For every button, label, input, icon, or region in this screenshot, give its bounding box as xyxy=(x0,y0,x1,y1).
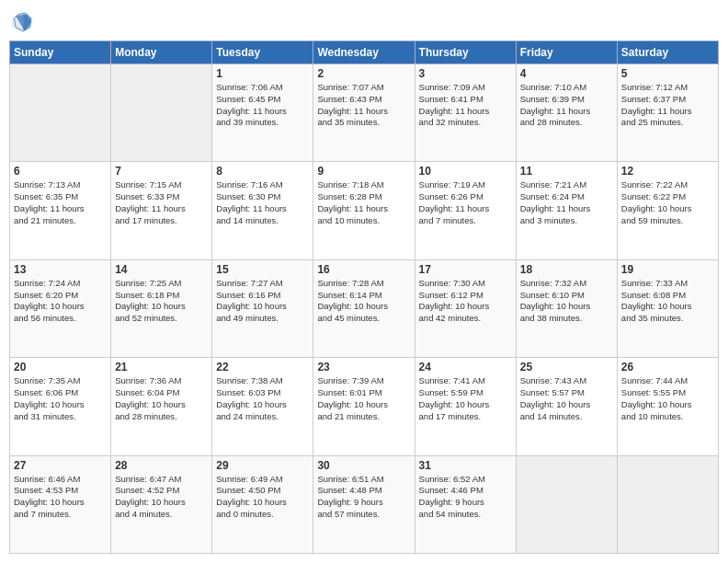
calendar-cell: 12Sunrise: 7:22 AM Sunset: 6:22 PM Dayli… xyxy=(617,162,718,259)
calendar-cell xyxy=(617,455,718,553)
calendar-cell xyxy=(10,64,111,162)
calendar-cell: 26Sunrise: 7:44 AM Sunset: 5:55 PM Dayli… xyxy=(617,358,718,455)
calendar-cell: 29Sunrise: 6:49 AM Sunset: 4:50 PM Dayli… xyxy=(212,455,313,553)
calendar-cell: 18Sunrise: 7:32 AM Sunset: 6:10 PM Dayli… xyxy=(516,259,617,357)
cell-content: Sunrise: 7:44 AM Sunset: 5:55 PM Dayligh… xyxy=(621,375,714,422)
day-number: 25 xyxy=(520,361,613,373)
day-number: 6 xyxy=(14,165,107,178)
day-number: 10 xyxy=(419,165,512,178)
calendar-cell: 3Sunrise: 7:09 AM Sunset: 6:41 PM Daylig… xyxy=(415,64,516,162)
weekday-header-row: SundayMondayTuesdayWednesdayThursdayFrid… xyxy=(10,41,719,64)
calendar-cell xyxy=(111,64,212,162)
calendar-cell: 27Sunrise: 6:46 AM Sunset: 4:53 PM Dayli… xyxy=(10,455,111,553)
cell-content: Sunrise: 7:16 AM Sunset: 6:30 PM Dayligh… xyxy=(216,179,309,226)
calendar-cell: 11Sunrise: 7:21 AM Sunset: 6:24 PM Dayli… xyxy=(516,162,617,259)
calendar-row-2: 13Sunrise: 7:24 AM Sunset: 6:20 PM Dayli… xyxy=(10,259,719,357)
calendar-cell: 21Sunrise: 7:36 AM Sunset: 6:04 PM Dayli… xyxy=(111,358,212,455)
calendar-cell: 30Sunrise: 6:51 AM Sunset: 4:48 PM Dayli… xyxy=(313,455,415,553)
calendar-cell: 28Sunrise: 6:47 AM Sunset: 4:52 PM Dayli… xyxy=(111,455,212,553)
calendar-cell: 22Sunrise: 7:38 AM Sunset: 6:03 PM Dayli… xyxy=(212,358,313,455)
cell-content: Sunrise: 7:15 AM Sunset: 6:33 PM Dayligh… xyxy=(115,179,208,226)
weekday-monday: Monday xyxy=(111,41,212,64)
cell-content: Sunrise: 7:10 AM Sunset: 6:39 PM Dayligh… xyxy=(520,82,613,129)
day-number: 13 xyxy=(14,263,107,276)
weekday-saturday: Saturday xyxy=(617,41,718,64)
calendar-cell: 17Sunrise: 7:30 AM Sunset: 6:12 PM Dayli… xyxy=(415,259,516,357)
day-number: 19 xyxy=(621,263,714,276)
cell-content: Sunrise: 7:24 AM Sunset: 6:20 PM Dayligh… xyxy=(14,278,107,325)
cell-content: Sunrise: 7:18 AM Sunset: 6:28 PM Dayligh… xyxy=(317,179,410,226)
calendar-row-1: 6Sunrise: 7:13 AM Sunset: 6:35 PM Daylig… xyxy=(10,162,719,259)
cell-content: Sunrise: 7:32 AM Sunset: 6:10 PM Dayligh… xyxy=(520,278,613,325)
calendar-cell: 2Sunrise: 7:07 AM Sunset: 6:43 PM Daylig… xyxy=(313,64,415,162)
day-number: 4 xyxy=(520,67,613,80)
weekday-friday: Friday xyxy=(516,41,617,64)
calendar-cell: 24Sunrise: 7:41 AM Sunset: 5:59 PM Dayli… xyxy=(415,358,516,455)
day-number: 26 xyxy=(621,361,714,373)
calendar-cell: 13Sunrise: 7:24 AM Sunset: 6:20 PM Dayli… xyxy=(10,259,111,357)
day-number: 8 xyxy=(216,165,309,178)
day-number: 12 xyxy=(621,165,714,178)
calendar-cell: 14Sunrise: 7:25 AM Sunset: 6:18 PM Dayli… xyxy=(111,259,212,357)
cell-content: Sunrise: 7:43 AM Sunset: 5:57 PM Dayligh… xyxy=(520,375,613,422)
calendar-cell: 31Sunrise: 6:52 AM Sunset: 4:46 PM Dayli… xyxy=(415,455,516,553)
day-number: 30 xyxy=(317,459,410,472)
cell-content: Sunrise: 7:41 AM Sunset: 5:59 PM Dayligh… xyxy=(419,375,512,422)
cell-content: Sunrise: 7:22 AM Sunset: 6:22 PM Dayligh… xyxy=(621,179,714,226)
day-number: 11 xyxy=(520,165,613,178)
cell-content: Sunrise: 6:47 AM Sunset: 4:52 PM Dayligh… xyxy=(115,474,208,521)
day-number: 2 xyxy=(317,67,410,80)
calendar-cell: 25Sunrise: 7:43 AM Sunset: 5:57 PM Dayli… xyxy=(516,358,617,455)
calendar-cell: 8Sunrise: 7:16 AM Sunset: 6:30 PM Daylig… xyxy=(212,162,313,259)
day-number: 7 xyxy=(115,165,208,178)
cell-content: Sunrise: 7:30 AM Sunset: 6:12 PM Dayligh… xyxy=(419,278,512,325)
calendar-cell: 7Sunrise: 7:15 AM Sunset: 6:33 PM Daylig… xyxy=(111,162,212,259)
calendar-table: SundayMondayTuesdayWednesdayThursdayFrid… xyxy=(9,40,719,554)
cell-content: Sunrise: 7:33 AM Sunset: 6:08 PM Dayligh… xyxy=(621,278,714,325)
day-number: 29 xyxy=(216,459,309,472)
header xyxy=(9,9,719,35)
day-number: 24 xyxy=(419,361,512,373)
weekday-tuesday: Tuesday xyxy=(212,41,313,64)
day-number: 17 xyxy=(419,263,512,276)
page: SundayMondayTuesdayWednesdayThursdayFrid… xyxy=(0,0,728,563)
cell-content: Sunrise: 7:21 AM Sunset: 6:24 PM Dayligh… xyxy=(520,179,613,226)
logo xyxy=(9,9,37,35)
cell-content: Sunrise: 7:35 AM Sunset: 6:06 PM Dayligh… xyxy=(14,375,107,422)
weekday-sunday: Sunday xyxy=(10,41,111,64)
weekday-wednesday: Wednesday xyxy=(313,41,415,64)
calendar-cell: 10Sunrise: 7:19 AM Sunset: 6:26 PM Dayli… xyxy=(415,162,516,259)
calendar-cell: 9Sunrise: 7:18 AM Sunset: 6:28 PM Daylig… xyxy=(313,162,415,259)
day-number: 21 xyxy=(115,361,208,373)
cell-content: Sunrise: 7:19 AM Sunset: 6:26 PM Dayligh… xyxy=(419,179,512,226)
calendar-cell xyxy=(516,455,617,553)
cell-content: Sunrise: 6:49 AM Sunset: 4:50 PM Dayligh… xyxy=(216,474,309,521)
day-number: 14 xyxy=(115,263,208,276)
cell-content: Sunrise: 7:12 AM Sunset: 6:37 PM Dayligh… xyxy=(621,82,714,129)
calendar-cell: 15Sunrise: 7:27 AM Sunset: 6:16 PM Dayli… xyxy=(212,259,313,357)
logo-icon xyxy=(9,9,35,35)
cell-content: Sunrise: 7:27 AM Sunset: 6:16 PM Dayligh… xyxy=(216,278,309,325)
calendar-cell: 5Sunrise: 7:12 AM Sunset: 6:37 PM Daylig… xyxy=(617,64,718,162)
calendar-row-0: 1Sunrise: 7:06 AM Sunset: 6:45 PM Daylig… xyxy=(10,64,719,162)
calendar-header: SundayMondayTuesdayWednesdayThursdayFrid… xyxy=(10,41,719,64)
calendar-cell: 1Sunrise: 7:06 AM Sunset: 6:45 PM Daylig… xyxy=(212,64,313,162)
day-number: 5 xyxy=(621,67,714,80)
day-number: 22 xyxy=(216,361,309,373)
day-number: 28 xyxy=(115,459,208,472)
cell-content: Sunrise: 7:38 AM Sunset: 6:03 PM Dayligh… xyxy=(216,375,309,422)
day-number: 31 xyxy=(419,459,512,472)
cell-content: Sunrise: 7:36 AM Sunset: 6:04 PM Dayligh… xyxy=(115,375,208,422)
cell-content: Sunrise: 7:13 AM Sunset: 6:35 PM Dayligh… xyxy=(14,179,107,226)
cell-content: Sunrise: 7:09 AM Sunset: 6:41 PM Dayligh… xyxy=(419,82,512,129)
day-number: 23 xyxy=(317,361,410,373)
calendar-row-4: 27Sunrise: 6:46 AM Sunset: 4:53 PM Dayli… xyxy=(10,455,719,553)
cell-content: Sunrise: 6:51 AM Sunset: 4:48 PM Dayligh… xyxy=(317,474,410,521)
cell-content: Sunrise: 7:06 AM Sunset: 6:45 PM Dayligh… xyxy=(216,82,309,129)
day-number: 18 xyxy=(520,263,613,276)
calendar-body: 1Sunrise: 7:06 AM Sunset: 6:45 PM Daylig… xyxy=(10,64,719,554)
cell-content: Sunrise: 7:28 AM Sunset: 6:14 PM Dayligh… xyxy=(317,278,410,325)
calendar-cell: 4Sunrise: 7:10 AM Sunset: 6:39 PM Daylig… xyxy=(516,64,617,162)
weekday-thursday: Thursday xyxy=(415,41,516,64)
calendar-cell: 23Sunrise: 7:39 AM Sunset: 6:01 PM Dayli… xyxy=(313,358,415,455)
